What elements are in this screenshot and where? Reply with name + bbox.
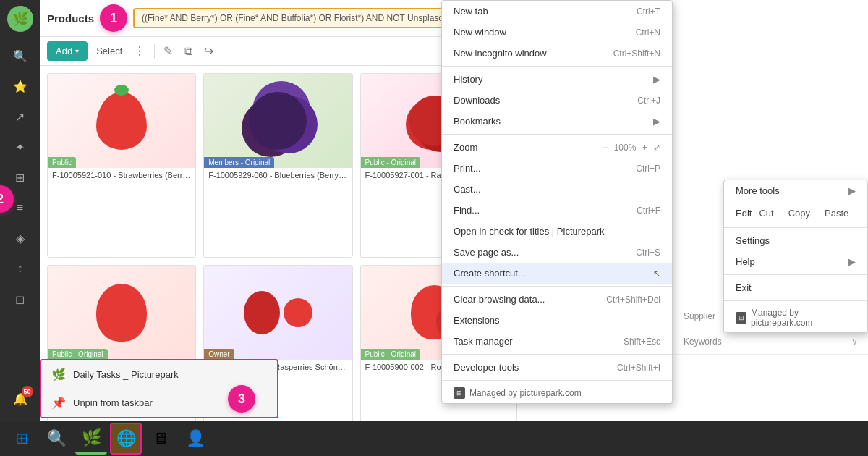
user-taskbar-icon: 👤 — [186, 429, 205, 448]
apple-red-icon — [96, 284, 147, 342]
submenu-sep — [724, 227, 867, 228]
share-icon-button[interactable]: ↪ — [201, 43, 216, 59]
menu-edit-row: Edit Cut Copy Paste — [724, 201, 867, 225]
image-thumb-4: Public - Original — [48, 266, 195, 360]
sidebar-item-upload[interactable]: ↕ — [7, 256, 33, 282]
image-label-0: Public — [48, 157, 76, 168]
keywords-section: Keywords ∨ — [673, 329, 868, 355]
taskbar-popup-item-label-2: Unpin from taskbar — [73, 397, 153, 408]
separator-5 — [442, 380, 672, 381]
menu-new-tab[interactable]: New tab Ctrl+T — [442, 1, 672, 22]
sidebar: 🌿 🔍 ⭐ ↗ ✦ ⊞ ≡ ◈ ↕ ◻ 🔔 50 EN — [0, 0, 40, 456]
monitor-taskbar-icon: 🖥 — [153, 429, 169, 448]
blueberry-icon — [249, 92, 307, 150]
taskbar-popup-unpin-icon: 📌 — [51, 396, 66, 410]
taskbar-item-picturepark[interactable]: 🌿 — [75, 423, 107, 455]
taskbar-search-icon: 🔍 — [47, 429, 67, 448]
menu-bookmarks[interactable]: Bookmarks ▶ — [442, 111, 672, 132]
menu-downloads[interactable]: Downloads Ctrl+J — [442, 90, 672, 111]
image-title-0: F-10005921-010 - Strawberries (Berry ... — [48, 168, 195, 182]
menu-clear-browsing[interactable]: Clear browsing data... Ctrl+Shift+Del — [442, 289, 672, 310]
image-label-2: Public - Original — [361, 157, 421, 168]
keywords-chevron: ∨ — [851, 337, 858, 347]
sidebar-item-layers[interactable]: ◈ — [7, 225, 33, 251]
chrome-taskbar-icon: 🌐 — [116, 429, 136, 448]
taskbar-item-search[interactable]: 🔍 — [41, 423, 72, 455]
add-button[interactable]: Add ▾ — [47, 41, 88, 61]
windows-icon: ⊞ — [15, 429, 28, 448]
taskbar-popup-item-label-1: Daily Tasks _ Picturepark — [73, 369, 179, 380]
history-arrow: ▶ — [653, 74, 660, 85]
image-label-4: Public - Original — [48, 349, 108, 360]
submenu-settings[interactable]: Settings — [724, 230, 867, 251]
more-tools-submenu: More tools ▶ Edit Cut Copy Paste Setting… — [723, 180, 868, 333]
copy-icon-button[interactable]: ⧉ — [182, 43, 195, 59]
menu-extensions[interactable]: Extensions — [442, 310, 672, 331]
sidebar-item-export[interactable]: ↗ — [7, 104, 33, 130]
separator-4 — [442, 354, 672, 355]
more-options-button[interactable]: ⋮ — [131, 43, 148, 59]
sidebar-item-square[interactable]: ◻ — [7, 286, 33, 312]
menu-new-incognito[interactable]: New incognito window Ctrl+Shift+N — [442, 43, 672, 64]
select-button[interactable]: Select — [93, 43, 125, 59]
menu-cast[interactable]: Cast... — [442, 179, 672, 200]
image-thumb-0: Public — [48, 74, 195, 168]
sidebar-logo: 🌿 — [7, 6, 33, 32]
managed-row: ⊞ Managed by picturepark.com — [442, 383, 672, 403]
menu-developer-tools[interactable]: Developer tools Ctrl+Shift+I — [442, 357, 672, 378]
taskbar-item-chrome[interactable]: 🌐 — [110, 423, 142, 455]
image-card-0[interactable]: Public F-10005921-010 - Strawberries (Be… — [47, 73, 196, 258]
add-dropdown-arrow: ▾ — [75, 47, 79, 55]
managed-text: Managed by picturepark.com — [469, 388, 582, 398]
breadcrumb-products: Products — [47, 12, 94, 25]
menu-open-in-picturepark[interactable]: Open in check for titles | Picturepark — [442, 221, 672, 242]
strawberry-icon — [96, 92, 147, 150]
taskbar-item-user[interactable]: 👤 — [179, 423, 211, 455]
image-thumb-1: Members - Original — [204, 74, 352, 168]
sidebar-item-search[interactable]: 🔍 — [7, 43, 33, 69]
cut-button[interactable]: Cut — [752, 205, 780, 221]
image-label-5: Owner — [204, 349, 234, 360]
help-arrow: ▶ — [848, 256, 856, 267]
step-3-badge: 3 — [228, 385, 255, 413]
notification-count: 50 — [22, 386, 33, 397]
sidebar-item-favorites[interactable]: ⭐ — [7, 73, 33, 99]
taskbar-item-start[interactable]: ⊞ — [6, 423, 38, 455]
submenu-exit[interactable]: Exit — [724, 277, 867, 298]
sidebar-item-grid[interactable]: ⊞ — [7, 164, 33, 190]
cursor-indicator: ↖ — [653, 269, 660, 279]
menu-new-window[interactable]: New window Ctrl+N — [442, 22, 672, 43]
context-menu: New tab Ctrl+T New window Ctrl+N New inc… — [441, 0, 673, 404]
toolbar-divider — [154, 44, 155, 59]
image-thumb-5: Owner — [204, 266, 352, 360]
menu-zoom[interactable]: Zoom − 100% + ⤢ — [442, 137, 672, 158]
separator-3 — [442, 286, 672, 287]
menu-find[interactable]: Find... Ctrl+F — [442, 200, 672, 221]
submenu-sep3 — [724, 300, 867, 301]
menu-history[interactable]: History ▶ — [442, 69, 672, 90]
submenu-help[interactable]: Help ▶ — [724, 251, 867, 272]
submenu-managed-text: Managed by picturepark.com — [751, 308, 856, 328]
copy-button[interactable]: Copy — [781, 205, 817, 221]
submenu-more-tools[interactable]: More tools ▶ — [724, 180, 867, 201]
sidebar-item-star2[interactable]: ✦ — [7, 134, 33, 160]
edit-icon-button[interactable]: ✎ — [161, 43, 176, 59]
keywords-label[interactable]: Keywords ∨ — [684, 337, 858, 347]
bookmarks-arrow: ▶ — [653, 116, 660, 127]
separator-1 — [442, 66, 672, 67]
taskbar-item-monitor[interactable]: 🖥 — [145, 423, 176, 455]
submenu-managed: ⊞ Managed by picturepark.com — [724, 303, 867, 332]
step-1-badge: 1 — [100, 4, 127, 32]
image-card-1[interactable]: Members - Original F-10005929-060 - Blue… — [203, 73, 352, 258]
taskbar-popup-logo-icon: 🌿 — [51, 368, 66, 381]
image-label-6: Public - Original — [361, 349, 421, 360]
menu-save-page[interactable]: Save page as... Ctrl+S — [442, 242, 672, 263]
more-tools-arrow: ▶ — [848, 185, 856, 196]
sidebar-notification[interactable]: 🔔 50 — [7, 386, 33, 412]
menu-task-manager[interactable]: Task manager Shift+Esc — [442, 331, 672, 352]
paste-button[interactable]: Paste — [817, 205, 856, 221]
menu-print[interactable]: Print... Ctrl+P — [442, 158, 672, 179]
submenu-sep2 — [724, 274, 867, 275]
menu-create-shortcut[interactable]: Create shortcut... ↖ — [442, 263, 672, 284]
image-label-1: Members - Original — [204, 157, 274, 168]
